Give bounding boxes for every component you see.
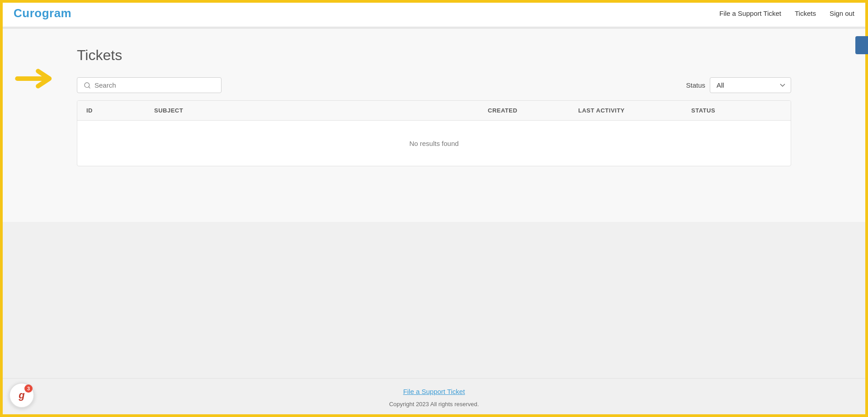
header-nav: File a Support Ticket Tickets Sign out <box>719 9 854 17</box>
footer-spacer <box>0 222 868 379</box>
header: Curogram File a Support Ticket Tickets S… <box>0 0 868 27</box>
col-subject: SUBJECT <box>154 107 488 114</box>
chat-widget[interactable]: g 3 <box>9 383 34 408</box>
table-body: No results found <box>77 121 791 166</box>
svg-line-1 <box>89 87 90 88</box>
chat-badge: 3 <box>24 384 33 393</box>
search-box <box>77 77 222 93</box>
col-created: CREATED <box>488 107 578 114</box>
chat-g-icon: g <box>19 389 24 401</box>
logo: Curogram <box>14 6 71 20</box>
tickets-table: ID SUBJECT CREATED LAST ACTIVITY STATUS … <box>77 100 791 166</box>
footer: File a Support Ticket Copyright 2023 All… <box>0 378 868 417</box>
search-input[interactable] <box>94 81 215 89</box>
chat-widget-inner: g 3 <box>13 386 31 404</box>
page-wrapper: Curogram File a Support Ticket Tickets S… <box>0 0 868 417</box>
search-filter-bar: Status All Open Closed Pending <box>77 77 791 93</box>
page-title: Tickets <box>77 47 791 64</box>
file-support-ticket-link[interactable]: File a Support Ticket <box>719 9 781 17</box>
content-area: Tickets Status All Open Closed <box>0 29 868 417</box>
table-header: ID SUBJECT CREATED LAST ACTIVITY STATUS <box>77 101 791 121</box>
footer-file-ticket-link[interactable]: File a Support Ticket <box>9 388 859 395</box>
status-select[interactable]: All Open Closed Pending <box>710 77 791 93</box>
sign-out-link[interactable]: Sign out <box>830 9 854 17</box>
side-tab[interactable] <box>855 36 868 54</box>
col-status: STATUS <box>691 107 782 114</box>
col-last-activity: LAST ACTIVITY <box>578 107 691 114</box>
tickets-link[interactable]: Tickets <box>795 9 816 17</box>
footer-copyright: Copyright 2023 All rights reserved. <box>389 401 479 408</box>
status-filter-label: Status <box>686 81 705 89</box>
status-filter: Status All Open Closed Pending <box>686 77 791 93</box>
arrow-annotation <box>14 65 59 92</box>
main-content: Tickets Status All Open Closed <box>0 29 868 222</box>
arrow-icon <box>14 65 59 92</box>
search-icon <box>84 82 91 89</box>
col-id: ID <box>86 107 154 114</box>
no-results-message: No results found <box>409 140 458 147</box>
